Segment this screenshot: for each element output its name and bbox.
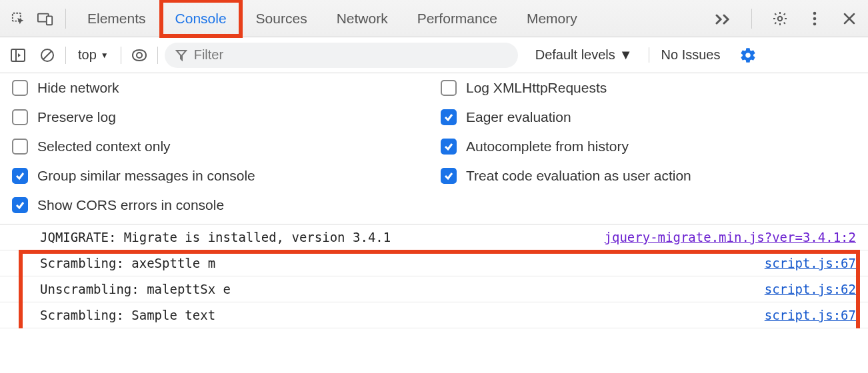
levels-label: Default levels bbox=[535, 47, 615, 63]
divider bbox=[157, 47, 158, 64]
setting-label: Treat code evaluation as user action bbox=[466, 168, 691, 184]
setting-label: Hide network bbox=[37, 80, 119, 96]
setting-label: Eager evaluation bbox=[466, 109, 571, 125]
console-settings-gear-icon[interactable] bbox=[739, 47, 757, 64]
setting-label: Log XMLHttpRequests bbox=[466, 80, 607, 96]
setting-log-xhr[interactable]: Log XMLHttpRequests bbox=[441, 80, 856, 96]
log-source-link[interactable]: script.js:67 bbox=[765, 256, 856, 270]
log-message: Unscrambling: malepttSx e bbox=[40, 282, 231, 296]
checkbox[interactable] bbox=[441, 139, 457, 155]
log-source-link[interactable]: script.js:67 bbox=[765, 308, 856, 322]
log-message: Scrambling: axeSpttle m bbox=[40, 256, 215, 270]
setting-preserve-log[interactable]: Preserve log bbox=[12, 109, 427, 125]
divider bbox=[65, 47, 66, 64]
settings-gear-icon[interactable] bbox=[767, 5, 793, 32]
log-message: JQMIGRATE: Migrate is installed, version… bbox=[40, 230, 391, 244]
setting-label: Selected context only bbox=[37, 139, 171, 155]
log-row: JQMIGRATE: Migrate is installed, version… bbox=[0, 224, 868, 250]
tab-label: Performance bbox=[417, 11, 497, 27]
setting-label: Group similar messages in console bbox=[37, 168, 255, 184]
setting-autocomplete[interactable]: Autocomplete from history bbox=[441, 139, 856, 155]
issues-label[interactable]: No Issues bbox=[649, 47, 721, 63]
log-row: Scrambling: axeSpttle mscript.js:67 bbox=[0, 250, 868, 276]
console-settings-panel: Hide network Log XMLHttpRequests Preserv… bbox=[0, 73, 868, 224]
setting-hide-network[interactable]: Hide network bbox=[12, 80, 427, 96]
checkbox[interactable] bbox=[12, 109, 28, 125]
tab-performance[interactable]: Performance bbox=[403, 0, 512, 37]
svg-point-3 bbox=[778, 16, 782, 20]
checkbox[interactable] bbox=[441, 80, 457, 96]
setting-treat-eval[interactable]: Treat code evaluation as user action bbox=[441, 168, 856, 184]
funnel-icon bbox=[175, 49, 187, 61]
setting-show-cors[interactable]: Show CORS errors in console bbox=[12, 197, 427, 213]
clear-console-icon[interactable] bbox=[36, 44, 59, 67]
checkbox[interactable] bbox=[12, 168, 28, 184]
tab-memory[interactable]: Memory bbox=[512, 0, 592, 37]
divider bbox=[65, 9, 66, 29]
sidebar-toggle-icon[interactable] bbox=[7, 44, 29, 67]
tab-label: Elements bbox=[87, 11, 146, 27]
console-toolbar: top ▼ Default levels ▼ No Issues bbox=[0, 37, 868, 73]
checkbox[interactable] bbox=[441, 168, 457, 184]
setting-group-similar[interactable]: Group similar messages in console bbox=[12, 168, 427, 184]
caret-down-icon: ▼ bbox=[619, 47, 633, 63]
tabbar-right bbox=[710, 5, 863, 32]
setting-eager-eval[interactable]: Eager evaluation bbox=[441, 109, 856, 125]
log-row: Unscrambling: malepttSx escript.js:62 bbox=[0, 276, 868, 302]
filter-input[interactable] bbox=[194, 47, 507, 63]
tab-elements[interactable]: Elements bbox=[73, 0, 161, 37]
device-toggle-icon[interactable] bbox=[32, 5, 59, 32]
log-source-link[interactable]: script.js:62 bbox=[765, 282, 856, 296]
tabs: Elements Console Sources Network Perform… bbox=[73, 0, 592, 37]
log-row: Scrambling: Sample textscript.js:67 bbox=[0, 302, 868, 328]
live-expression-icon[interactable] bbox=[128, 44, 151, 67]
divider bbox=[751, 9, 752, 29]
svg-point-6 bbox=[813, 22, 817, 25]
inspect-icon[interactable] bbox=[5, 5, 32, 32]
tab-label: Sources bbox=[256, 11, 307, 27]
context-label: top bbox=[78, 47, 97, 63]
setting-label: Autocomplete from history bbox=[466, 139, 629, 155]
tab-console[interactable]: Console bbox=[161, 0, 241, 37]
more-tabs-icon[interactable] bbox=[710, 5, 737, 32]
filter-field[interactable] bbox=[165, 43, 518, 68]
console-log-area: JQMIGRATE: Migrate is installed, version… bbox=[0, 224, 868, 328]
devtools-tabbar: Elements Console Sources Network Perform… bbox=[0, 0, 868, 37]
tab-label: Memory bbox=[527, 11, 577, 27]
caret-down-icon: ▼ bbox=[101, 51, 109, 60]
tab-network[interactable]: Network bbox=[322, 0, 403, 37]
svg-point-9 bbox=[137, 53, 142, 58]
tab-sources[interactable]: Sources bbox=[241, 0, 322, 37]
checkbox[interactable] bbox=[441, 109, 457, 125]
close-icon[interactable] bbox=[836, 5, 863, 32]
context-selector[interactable]: top ▼ bbox=[73, 46, 114, 64]
checkbox[interactable] bbox=[12, 197, 28, 213]
divider bbox=[121, 47, 121, 64]
svg-rect-2 bbox=[47, 16, 52, 25]
tab-label: Network bbox=[337, 11, 388, 27]
setting-label: Preserve log bbox=[37, 109, 116, 125]
setting-label: Show CORS errors in console bbox=[37, 197, 224, 213]
log-message: Scrambling: Sample text bbox=[40, 308, 215, 322]
checkbox[interactable] bbox=[12, 80, 28, 96]
log-levels-selector[interactable]: Default levels ▼ bbox=[535, 47, 633, 63]
tab-label: Console bbox=[175, 11, 227, 27]
checkbox[interactable] bbox=[12, 139, 28, 155]
svg-point-5 bbox=[813, 17, 817, 20]
log-source-link[interactable]: jquery-migrate.min.js?ver=3.4.1:2 bbox=[605, 230, 857, 244]
kebab-menu-icon[interactable] bbox=[801, 5, 828, 32]
setting-selected-context[interactable]: Selected context only bbox=[12, 139, 427, 155]
svg-point-4 bbox=[813, 11, 817, 15]
